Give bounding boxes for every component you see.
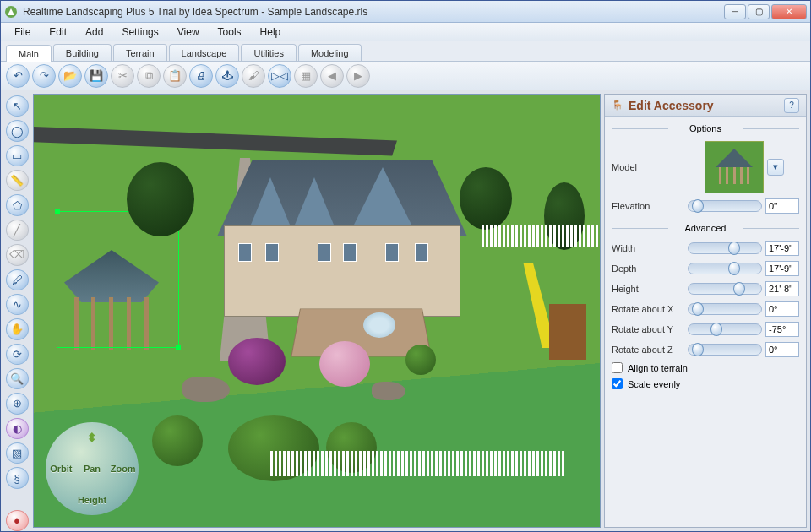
help-button[interactable]: ? [784,98,799,113]
rectangle-tool[interactable]: ▭ [6,145,29,166]
rotate-tool[interactable]: ⟳ [6,344,29,365]
prop-slider[interactable] [688,323,762,335]
record-tool[interactable]: ● [6,510,29,531]
panel-header: 🪑 Edit Accessory ? [605,95,806,117]
fence [270,451,564,476]
redo-button[interactable]: ↷ [32,64,56,88]
titlebar: Realtime Landscaping Plus 5 Trial by Ide… [1,1,810,23]
prop-row-width: Width17'-9'' [605,238,806,258]
prop-slider[interactable] [688,263,762,274]
menu-file[interactable]: File [6,24,39,40]
prop-value[interactable]: 0'' [765,198,799,214]
prop-row-rotate-about-z: Rotate about Z0° [605,339,806,360]
viewport-3d[interactable]: ⬍ Orbit Pan Zoom Height [33,94,601,528]
menu-help[interactable]: Help [252,24,290,40]
undo-button[interactable]: ↶ [6,64,30,88]
menu-settings[interactable]: Settings [113,24,166,40]
app-icon [4,5,18,19]
tab-modeling[interactable]: Modeling [298,44,362,61]
window-title: Realtime Landscaping Plus 5 Trial by Ide… [23,6,719,18]
model-row: Model ▾ [605,138,806,196]
menu-add[interactable]: Add [77,24,112,40]
menu-edit[interactable]: Edit [41,24,75,40]
house [224,160,460,317]
target-tool[interactable]: ⊕ [6,393,29,414]
menu-view[interactable]: View [169,24,208,40]
maximize-button[interactable]: ▢ [748,4,770,19]
house-window [318,243,331,262]
prop-label: Width [612,243,684,253]
material-tool[interactable]: ▧ [6,442,29,464]
tree [319,341,370,387]
prop-value[interactable]: 0° [765,342,799,357]
color-tool[interactable]: ◐ [6,418,29,439]
paste-button: 📋 [163,64,187,88]
window-controls: ─ ▢ ✕ [724,4,807,19]
tab-landscape[interactable]: Landscape [169,44,240,61]
nav-height-label[interactable]: Height [78,495,106,505]
house-body [224,225,460,317]
house-window [343,243,357,262]
scale-evenly-row: Scale evenly [605,376,806,392]
playground-tower [549,304,586,360]
zoom-tool[interactable]: 🔍 [6,368,29,389]
curve-tool[interactable]: ∿ [6,294,29,315]
scale-evenly-checkbox[interactable] [612,378,623,389]
prop-row-depth: Depth17'-9'' [605,258,806,279]
tab-terrain[interactable]: Terrain [113,44,167,61]
nav-up-icon[interactable]: ⬍ [87,432,97,443]
prop-slider[interactable] [688,242,762,254]
brush-tool[interactable]: 🖊 [6,269,29,290]
nav-orbit-label[interactable]: Orbit [50,464,72,474]
tab-utilities[interactable]: Utilities [241,44,296,61]
tool-sidebar: ↖◯▭📏⬠╱⌫🖊∿✋⟳🔍⊕◐▧§● [1,90,33,531]
cut-button: ✂ [111,64,134,88]
print-button[interactable]: 🖨 [189,64,213,88]
prop-label: Depth [612,263,684,274]
close-button[interactable]: ✕ [771,4,807,19]
house-window [265,243,279,262]
align-to-terrain-row: Align to terrain [605,360,806,376]
tab-bar: MainBuildingTerrainLandscapeUtilitiesMod… [1,41,810,62]
align-to-terrain-checkbox[interactable] [612,362,623,373]
house-window [385,243,399,262]
house-window [415,243,428,262]
prop-value[interactable]: 17'-9'' [765,261,799,276]
prop-slider[interactable] [688,344,762,356]
tab-building[interactable]: Building [53,44,112,61]
shape-tool[interactable]: ⬠ [6,194,29,215]
snake-tool[interactable]: § [6,467,29,488]
pointer-tool[interactable]: ↖ [6,95,29,117]
save-button[interactable]: 💾 [84,64,108,88]
erase-tool: ⌫ [6,244,29,265]
prop-value[interactable]: 0° [765,301,799,317]
copy-button: ⧉ [137,64,161,88]
align-to-terrain-label: Align to terrain [628,363,688,373]
prop-value[interactable]: -75° [765,322,799,337]
ruler-tool: 📏 [6,170,29,191]
prop-slider[interactable] [688,283,762,295]
tab-main[interactable]: Main [6,45,52,62]
nav-zoom-label[interactable]: Zoom [111,464,136,474]
prop-slider[interactable] [688,303,762,315]
nav-pan-label[interactable]: Pan [84,464,101,474]
model-dropdown-button[interactable]: ▾ [767,159,784,176]
hand-tool[interactable]: ✋ [6,318,29,339]
mirror-button[interactable]: ▷◁ [268,64,291,88]
hot-tub [363,312,395,338]
main-area: ↖◯▭📏⬠╱⌫🖊∿✋⟳🔍⊕◐▧§● [1,90,810,531]
right-button: ▶ [346,64,370,88]
open-button[interactable]: 📂 [58,64,82,88]
prop-slider[interactable] [688,200,762,212]
minimize-button[interactable]: ─ [724,4,746,19]
model-thumbnail[interactable] [705,141,764,193]
joystick-button[interactable]: 🕹 [215,64,239,88]
nav-compass[interactable]: ⬍ Orbit Pan Zoom Height [46,422,139,515]
house-window [238,243,252,262]
prop-value[interactable]: 17'-9'' [765,241,799,256]
fence [482,225,598,247]
circle-tool[interactable]: ◯ [6,120,29,141]
menu-tools[interactable]: Tools [210,24,250,40]
prop-label: Rotate about Z [612,345,684,355]
prop-value[interactable]: 21'-8'' [765,281,799,296]
